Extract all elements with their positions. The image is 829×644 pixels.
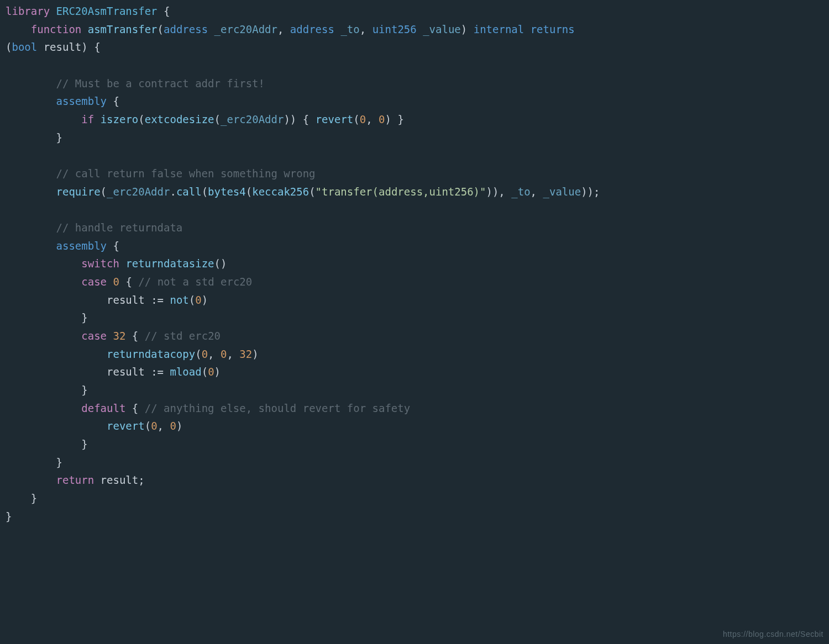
fn-not: not bbox=[170, 294, 188, 306]
type-address: address bbox=[290, 23, 334, 35]
comma: , bbox=[158, 420, 164, 432]
num: 32 bbox=[239, 348, 252, 360]
string-literal: "transfer(address,uint256)" bbox=[316, 186, 486, 198]
brace: } bbox=[81, 312, 87, 324]
semi: ; bbox=[138, 474, 144, 486]
num: 0 bbox=[360, 113, 366, 125]
fn-revert: revert bbox=[316, 113, 354, 125]
param-to: _to bbox=[511, 186, 530, 198]
code-block: library ERC20AsmTransfer { function asmT… bbox=[0, 0, 829, 531]
paren: ) bbox=[176, 420, 182, 432]
comma: , bbox=[360, 23, 366, 35]
brace: { bbox=[125, 276, 132, 288]
paren: ( bbox=[145, 420, 151, 432]
paren: ( bbox=[195, 348, 201, 360]
fn-iszero: iszero bbox=[101, 113, 139, 125]
brace: } bbox=[6, 510, 12, 522]
num: 0 bbox=[151, 420, 157, 432]
paren: ( bbox=[202, 366, 208, 378]
brace: { bbox=[132, 330, 138, 342]
num: 0 bbox=[208, 366, 214, 378]
kw-internal: internal bbox=[474, 23, 524, 35]
paren: ( bbox=[214, 113, 221, 125]
brace: { bbox=[113, 240, 119, 252]
paren: ) bbox=[461, 23, 467, 35]
kw-assembly: assembly bbox=[56, 95, 107, 107]
var-result: result bbox=[107, 294, 145, 306]
kw-case: case bbox=[81, 276, 107, 288]
paren: ( bbox=[6, 41, 12, 53]
brace: } bbox=[31, 492, 37, 504]
dot: . bbox=[170, 186, 176, 198]
library-name: ERC20AsmTransfer bbox=[56, 5, 158, 17]
op-assign: := bbox=[151, 294, 164, 306]
fn-returndatacopy: returndatacopy bbox=[107, 348, 195, 360]
paren: )); bbox=[581, 186, 600, 198]
paren: ( bbox=[246, 186, 252, 198]
var-result: result bbox=[44, 41, 82, 53]
paren: ) bbox=[214, 366, 221, 378]
paren: ( bbox=[202, 186, 208, 198]
comment: // not a std erc20 bbox=[138, 276, 252, 288]
fn-mload: mload bbox=[170, 366, 201, 378]
paren: )) bbox=[284, 113, 296, 125]
comment: // call return false when something wron… bbox=[56, 167, 316, 180]
brace: } bbox=[56, 456, 62, 468]
paren: ( bbox=[309, 186, 315, 198]
paren: ( bbox=[189, 294, 195, 306]
brace: } bbox=[56, 131, 62, 144]
fn-extcodesize: extcodesize bbox=[145, 113, 214, 125]
num: 0 bbox=[170, 420, 176, 432]
var-result: result bbox=[107, 366, 145, 378]
comment: // anything else, should revert for safe… bbox=[145, 402, 410, 414]
param-value: _value bbox=[423, 23, 461, 35]
paren: ) bbox=[252, 348, 258, 360]
num: 0 bbox=[202, 348, 208, 360]
paren: ( bbox=[138, 113, 144, 125]
comma: , bbox=[531, 186, 537, 198]
comment: // handle returndata bbox=[56, 221, 183, 234]
num: 0 bbox=[113, 276, 119, 288]
kw-if: if bbox=[81, 113, 94, 125]
kw-switch: switch bbox=[81, 257, 119, 270]
fn-revert: revert bbox=[107, 420, 145, 432]
num: 0 bbox=[221, 348, 227, 360]
fn-require: require bbox=[56, 186, 101, 198]
paren: ) bbox=[385, 113, 391, 125]
paren: ( bbox=[158, 23, 164, 35]
paren: () bbox=[214, 257, 227, 270]
comment: // std erc20 bbox=[145, 330, 221, 342]
kw-assembly: assembly bbox=[56, 240, 107, 252]
comma: , bbox=[499, 186, 505, 198]
kw-case: case bbox=[81, 330, 107, 342]
fn-keccak256: keccak256 bbox=[252, 186, 309, 198]
param-erc20Addr: _erc20Addr bbox=[107, 186, 170, 198]
fn-bytes4: bytes4 bbox=[208, 186, 246, 198]
brace: { bbox=[113, 95, 119, 107]
brace: { bbox=[303, 113, 309, 125]
brace: } bbox=[81, 438, 87, 450]
comma: , bbox=[208, 348, 214, 360]
num: 0 bbox=[379, 113, 385, 125]
op-assign: := bbox=[151, 366, 164, 378]
comma: , bbox=[366, 113, 372, 125]
kw-default: default bbox=[81, 402, 125, 414]
brace: { bbox=[164, 5, 170, 17]
comma: , bbox=[277, 23, 284, 35]
num: 32 bbox=[113, 330, 126, 342]
type-bool: bool bbox=[12, 41, 37, 53]
comma: , bbox=[227, 348, 233, 360]
fn-call: call bbox=[176, 186, 202, 198]
comment: // Must be a contract addr first! bbox=[56, 77, 265, 89]
kw-function: function bbox=[31, 23, 82, 35]
watermark: https://blog.csdn.net/Secbit bbox=[723, 627, 823, 641]
paren: ) bbox=[202, 294, 208, 306]
paren: ( bbox=[353, 113, 359, 125]
param-to: _to bbox=[340, 23, 359, 35]
fn-returndatasize: returndatasize bbox=[125, 257, 214, 270]
brace: { bbox=[132, 402, 138, 414]
brace: { bbox=[94, 41, 100, 53]
brace: } bbox=[81, 384, 87, 396]
param-erc20Addr: _erc20Addr bbox=[221, 113, 284, 125]
var-result: result bbox=[101, 474, 139, 486]
